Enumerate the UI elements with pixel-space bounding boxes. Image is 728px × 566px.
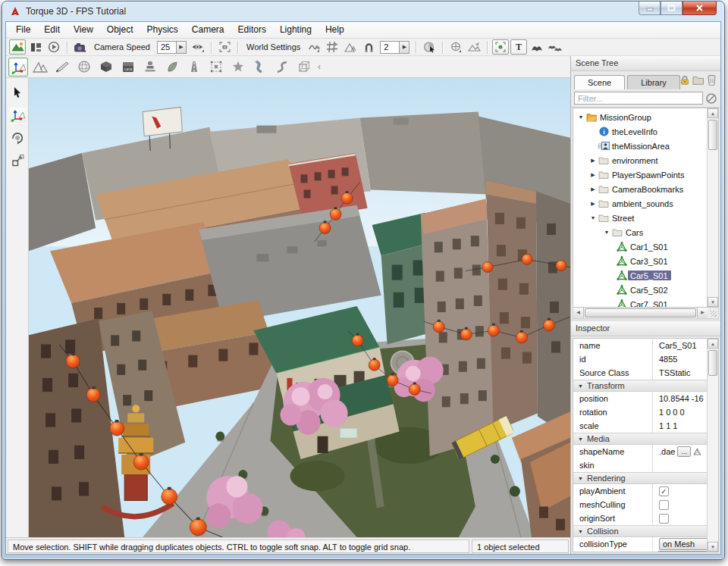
snap-copies-value[interactable]: 2 [381, 42, 399, 53]
world-layout-button[interactable] [27, 39, 44, 55]
tree-item[interactable]: ▶ CameraBookmarks [573, 182, 707, 196]
toolbar-overflow-icon[interactable]: ‹ [318, 61, 321, 72]
section-rendering[interactable]: ▼ Rendering [573, 472, 707, 484]
expander-open-icon[interactable]: ▼ [602, 230, 611, 235]
expander-closed-icon[interactable]: ▶ [588, 186, 598, 192]
tab-scene[interactable]: Scene [574, 75, 625, 89]
menu-editors[interactable]: Editors [231, 22, 273, 38]
section-transform[interactable]: ▼ Transform [573, 380, 707, 392]
flock-tool-button[interactable] [547, 39, 563, 55]
tree-item-selected[interactable]: Car5_S01 [573, 268, 707, 283]
menu-object[interactable]: Object [100, 22, 140, 38]
inspector-vertical-scrollbar[interactable]: ▲ ▼ [707, 339, 718, 552]
snap-copies-spinner[interactable]: 2 ▶ [380, 41, 410, 54]
river-editor-button[interactable] [250, 58, 270, 77]
name-field[interactable]: Car5_S01 [652, 339, 707, 352]
terrain-editor-button[interactable] [30, 58, 50, 77]
tree-item[interactable]: Car7_S01 [573, 297, 707, 307]
collision-type-dropdown[interactable]: on Mesh ▼ [659, 538, 707, 550]
datablock-editor-button[interactable]: DATA [118, 58, 138, 77]
expander-closed-icon[interactable]: ▶ [588, 158, 598, 164]
section-collapse-icon[interactable]: ▼ [578, 476, 583, 481]
road-editor-button[interactable] [184, 58, 204, 77]
decal-road-editor-button[interactable] [272, 58, 292, 77]
convex-editor-button[interactable] [294, 58, 314, 77]
terrain-snap-button[interactable]: A [342, 39, 359, 55]
section-collapse-icon[interactable]: ▼ [578, 436, 583, 442]
object-editor-button[interactable] [8, 58, 28, 77]
grid-snap-button[interactable] [324, 39, 340, 55]
title-bar[interactable]: Torque 3D - FPS Tutorial [2, 2, 724, 20]
spinner-arrow-icon[interactable]: ▶ [399, 42, 409, 53]
maximize-button[interactable] [661, 2, 682, 15]
close-button[interactable] [682, 2, 717, 15]
section-collapse-icon[interactable]: ▼ [578, 383, 583, 389]
tree-item[interactable]: Car1_S01 [573, 239, 707, 254]
shape-name-field[interactable]: .dae [659, 447, 675, 456]
play-ambient-checkbox[interactable]: ✓ [659, 486, 669, 496]
scene-editor-button[interactable] [9, 39, 26, 55]
tree-item[interactable]: ▼ MissionGroup [573, 110, 707, 124]
skin-field[interactable] [652, 458, 707, 472]
tree-item[interactable]: ▶ PlayerSpawnPoints [573, 167, 707, 182]
particle-editor-button[interactable] [228, 58, 248, 77]
origin-sort-checkbox[interactable] [659, 514, 669, 524]
tab-library[interactable]: Library [627, 75, 680, 89]
minimize-button[interactable] [639, 2, 661, 15]
menu-help[interactable]: Help [318, 22, 351, 38]
visibility-button[interactable] [190, 39, 206, 55]
expander-closed-icon[interactable]: ▶ [588, 201, 598, 207]
menu-lighting[interactable]: Lighting [273, 22, 318, 38]
scroll-thumb[interactable] [708, 350, 717, 376]
tree-item[interactable]: Car3_S01 [573, 254, 707, 268]
menu-camera[interactable]: Camera [185, 22, 231, 38]
trash-icon[interactable] [707, 74, 717, 86]
decal-editor-button[interactable] [140, 58, 160, 77]
mesh-culling-checkbox[interactable] [659, 500, 669, 510]
foliage-tool-button[interactable] [162, 58, 182, 77]
menu-physics[interactable]: Physics [140, 22, 185, 38]
folder-icon[interactable] [692, 74, 704, 86]
move-tool-button[interactable] [8, 106, 27, 124]
scroll-left-icon[interactable]: ◀ [573, 308, 584, 318]
bounds-toggle-button[interactable] [492, 39, 509, 55]
camera-button[interactable] [72, 39, 89, 55]
section-collision[interactable]: ▼ Collision [573, 525, 707, 537]
select-tool-button[interactable] [8, 83, 27, 101]
scroll-up-icon[interactable]: ▲ [708, 339, 718, 349]
tree-item[interactable]: theMissionArea [573, 139, 707, 153]
frame-camera-button[interactable] [216, 39, 233, 55]
rotate-snap-button[interactable] [421, 39, 438, 55]
clear-filter-icon[interactable] [705, 92, 717, 105]
shape-picker-icon[interactable] [693, 448, 701, 456]
section-collapse-icon[interactable]: ▼ [578, 529, 583, 534]
resize-grip[interactable] [708, 308, 718, 318]
scale-field[interactable]: 1 1 1 [652, 419, 707, 433]
scroll-down-icon[interactable]: ▼ [708, 297, 718, 307]
tree-item[interactable]: ▼ Cars [573, 225, 707, 239]
tree-item[interactable]: ▶ ambient_sounds [573, 196, 707, 211]
tree-item[interactable]: ▼ Street [573, 211, 707, 225]
play-button[interactable] [46, 39, 62, 55]
section-media[interactable]: ▼ Media [573, 433, 707, 445]
tree-item[interactable]: ▶ environment [573, 153, 707, 167]
scroll-down-icon[interactable]: ▼ [708, 542, 718, 552]
lock-icon[interactable] [679, 74, 690, 86]
menu-view[interactable]: View [67, 22, 100, 38]
center-object-button[interactable] [447, 39, 464, 55]
soft-snap-button[interactable] [360, 39, 377, 55]
rotation-field[interactable]: 1 0 0 0 [652, 405, 707, 419]
tree-item[interactable]: i theLevelInfo [573, 124, 707, 139]
scroll-up-icon[interactable]: ▲ [708, 108, 718, 118]
terrain-brush-button[interactable] [466, 39, 482, 55]
scale-tool-button[interactable] [8, 152, 27, 169]
tree-item[interactable]: Car5_S02 [573, 283, 707, 297]
tree-vertical-scrollbar[interactable]: ▲ ▼ [707, 108, 718, 307]
scroll-thumb[interactable] [708, 120, 717, 150]
world-settings-button[interactable] [306, 39, 322, 55]
mission-area-editor-button[interactable] [206, 58, 226, 77]
material-editor-button[interactable] [74, 58, 94, 77]
sketch-tool-button[interactable] [96, 58, 116, 77]
filter-input[interactable] [574, 92, 703, 105]
expander-open-icon[interactable]: ▼ [576, 114, 585, 120]
